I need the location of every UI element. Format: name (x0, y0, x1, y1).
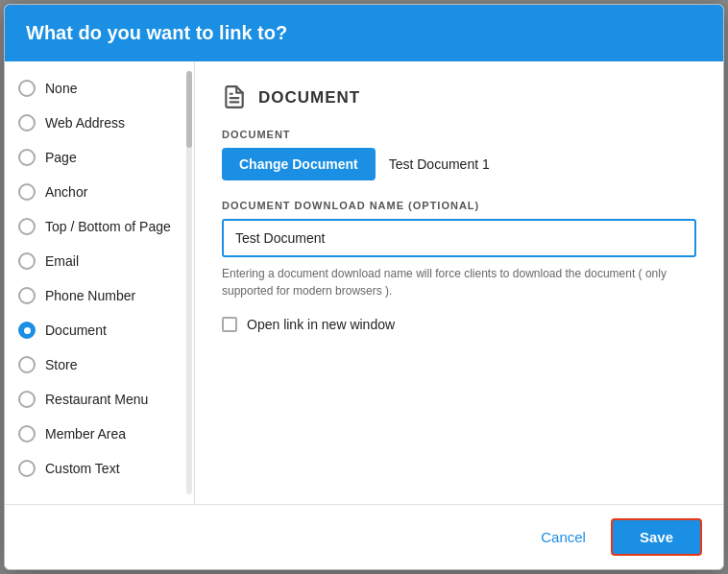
radio-restaurant-menu (18, 391, 36, 408)
scrollbar-track (186, 71, 192, 494)
sidebar-label-custom-text: Custom Text (45, 461, 120, 476)
scrollbar-thumb[interactable] (186, 71, 192, 148)
dialog-footer: Cancel Save (5, 504, 723, 569)
sidebar-label-top-bottom: Top / Bottom of Page (45, 219, 171, 234)
cancel-button[interactable]: Cancel (529, 521, 597, 553)
sidebar-item-restaurant-menu[interactable]: Restaurant Menu (5, 382, 194, 417)
download-name-input[interactable] (222, 219, 696, 257)
sidebar-label-store: Store (45, 357, 77, 372)
sidebar-item-phone-number[interactable]: Phone Number (5, 278, 194, 313)
radio-web-address (18, 114, 36, 132)
main-content: DOCUMENT DOCUMENT Change Document Test D… (195, 61, 723, 504)
link-dialog: What do you want to link to? NoneWeb Add… (4, 4, 724, 570)
sidebar-label-none: None (45, 81, 77, 96)
document-field-section: DOCUMENT Change Document Test Document 1 (222, 129, 696, 180)
radio-custom-text (18, 460, 36, 477)
download-name-helper: Entering a document download name will f… (222, 265, 696, 299)
download-name-label: DOCUMENT DOWNLOAD NAME (OPTIONAL) (222, 200, 696, 211)
sidebar-item-store[interactable]: Store (5, 347, 194, 382)
sidebar-item-anchor[interactable]: Anchor (5, 175, 194, 209)
radio-page (18, 149, 36, 166)
sidebar-label-web-address: Web Address (45, 115, 125, 131)
radio-none (18, 80, 36, 97)
sidebar-item-top-bottom[interactable]: Top / Bottom of Page (5, 209, 194, 244)
sidebar-label-document: Document (45, 323, 107, 338)
sidebar-label-email: Email (45, 253, 79, 269)
radio-document (18, 322, 36, 339)
sidebar-label-restaurant-menu: Restaurant Menu (45, 392, 148, 407)
sidebar-label-phone-number: Phone Number (45, 288, 135, 303)
radio-store (18, 356, 36, 373)
document-icon (222, 84, 249, 111)
sidebar: NoneWeb AddressPageAnchorTop / Bottom of… (5, 61, 195, 504)
section-header: DOCUMENT (222, 84, 696, 111)
sidebar-item-web-address[interactable]: Web Address (5, 106, 194, 140)
document-row: Change Document Test Document 1 (222, 148, 696, 180)
download-name-section: DOCUMENT DOWNLOAD NAME (OPTIONAL) Enteri… (222, 200, 696, 299)
section-title: DOCUMENT (258, 88, 360, 108)
change-document-button[interactable]: Change Document (222, 148, 376, 180)
save-button[interactable]: Save (611, 518, 702, 556)
document-field-label: DOCUMENT (222, 129, 696, 140)
current-document-name: Test Document 1 (389, 156, 490, 172)
open-new-window-row: Open link in new window (222, 317, 696, 332)
sidebar-label-member-area: Member Area (45, 426, 126, 442)
sidebar-item-none[interactable]: None (5, 71, 194, 106)
radio-email (18, 252, 36, 270)
sidebar-item-custom-text[interactable]: Custom Text (5, 451, 194, 486)
sidebar-item-member-area[interactable]: Member Area (5, 417, 194, 451)
radio-anchor (18, 183, 36, 201)
open-new-window-checkbox[interactable] (222, 317, 237, 332)
open-new-window-label: Open link in new window (247, 317, 395, 332)
radio-top-bottom (18, 218, 36, 235)
sidebar-item-document[interactable]: Document (5, 313, 194, 347)
dialog-header: What do you want to link to? (5, 5, 723, 61)
radio-member-area (18, 425, 36, 442)
sidebar-label-page: Page (45, 150, 77, 165)
sidebar-label-anchor: Anchor (45, 184, 87, 200)
radio-phone-number (18, 287, 36, 304)
sidebar-item-page[interactable]: Page (5, 140, 194, 175)
sidebar-item-email[interactable]: Email (5, 244, 194, 278)
dialog-body: NoneWeb AddressPageAnchorTop / Bottom of… (5, 61, 723, 504)
dialog-title: What do you want to link to? (26, 22, 287, 43)
